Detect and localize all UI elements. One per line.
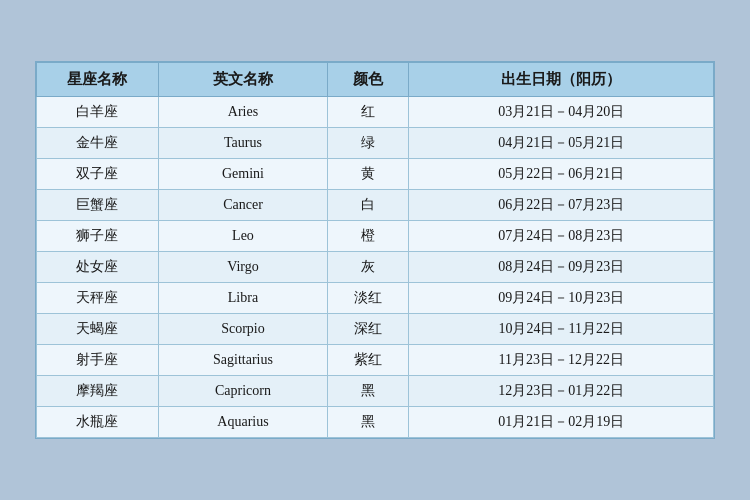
cell-color: 白 bbox=[328, 190, 409, 221]
cell-chinese: 双子座 bbox=[37, 159, 159, 190]
cell-english: Cancer bbox=[158, 190, 327, 221]
table-row: 金牛座Taurus绿04月21日－05月21日 bbox=[37, 128, 714, 159]
cell-english: Scorpio bbox=[158, 314, 327, 345]
cell-date: 03月21日－04月20日 bbox=[409, 97, 714, 128]
cell-english: Sagittarius bbox=[158, 345, 327, 376]
cell-date: 08月24日－09月23日 bbox=[409, 252, 714, 283]
header-chinese: 星座名称 bbox=[37, 63, 159, 97]
cell-date: 05月22日－06月21日 bbox=[409, 159, 714, 190]
table-row: 水瓶座Aquarius黑01月21日－02月19日 bbox=[37, 407, 714, 438]
header-date: 出生日期（阳历） bbox=[409, 63, 714, 97]
cell-english: Gemini bbox=[158, 159, 327, 190]
cell-color: 黑 bbox=[328, 407, 409, 438]
table-row: 白羊座Aries红03月21日－04月20日 bbox=[37, 97, 714, 128]
cell-color: 黑 bbox=[328, 376, 409, 407]
cell-date: 10月24日－11月22日 bbox=[409, 314, 714, 345]
cell-english: Aquarius bbox=[158, 407, 327, 438]
cell-chinese: 天蝎座 bbox=[37, 314, 159, 345]
cell-english: Libra bbox=[158, 283, 327, 314]
table-row: 天蝎座Scorpio深红10月24日－11月22日 bbox=[37, 314, 714, 345]
header-color: 颜色 bbox=[328, 63, 409, 97]
cell-date: 04月21日－05月21日 bbox=[409, 128, 714, 159]
cell-date: 09月24日－10月23日 bbox=[409, 283, 714, 314]
zodiac-table-container: 星座名称 英文名称 颜色 出生日期（阳历） 白羊座Aries红03月21日－04… bbox=[35, 61, 715, 439]
table-row: 巨蟹座Cancer白06月22日－07月23日 bbox=[37, 190, 714, 221]
table-header-row: 星座名称 英文名称 颜色 出生日期（阳历） bbox=[37, 63, 714, 97]
table-row: 双子座Gemini黄05月22日－06月21日 bbox=[37, 159, 714, 190]
cell-color: 红 bbox=[328, 97, 409, 128]
cell-chinese: 射手座 bbox=[37, 345, 159, 376]
cell-english: Capricorn bbox=[158, 376, 327, 407]
cell-date: 01月21日－02月19日 bbox=[409, 407, 714, 438]
cell-date: 07月24日－08月23日 bbox=[409, 221, 714, 252]
header-english: 英文名称 bbox=[158, 63, 327, 97]
cell-color: 灰 bbox=[328, 252, 409, 283]
cell-chinese: 金牛座 bbox=[37, 128, 159, 159]
cell-english: Aries bbox=[158, 97, 327, 128]
table-row: 摩羯座Capricorn黑12月23日－01月22日 bbox=[37, 376, 714, 407]
cell-chinese: 狮子座 bbox=[37, 221, 159, 252]
zodiac-table: 星座名称 英文名称 颜色 出生日期（阳历） 白羊座Aries红03月21日－04… bbox=[36, 62, 714, 438]
cell-color: 淡红 bbox=[328, 283, 409, 314]
cell-chinese: 水瓶座 bbox=[37, 407, 159, 438]
cell-date: 06月22日－07月23日 bbox=[409, 190, 714, 221]
cell-color: 黄 bbox=[328, 159, 409, 190]
cell-english: Virgo bbox=[158, 252, 327, 283]
cell-chinese: 摩羯座 bbox=[37, 376, 159, 407]
cell-chinese: 巨蟹座 bbox=[37, 190, 159, 221]
cell-date: 11月23日－12月22日 bbox=[409, 345, 714, 376]
table-row: 处女座Virgo灰08月24日－09月23日 bbox=[37, 252, 714, 283]
cell-color: 紫红 bbox=[328, 345, 409, 376]
cell-chinese: 处女座 bbox=[37, 252, 159, 283]
table-body: 白羊座Aries红03月21日－04月20日金牛座Taurus绿04月21日－0… bbox=[37, 97, 714, 438]
table-row: 狮子座Leo橙07月24日－08月23日 bbox=[37, 221, 714, 252]
cell-color: 绿 bbox=[328, 128, 409, 159]
cell-chinese: 白羊座 bbox=[37, 97, 159, 128]
cell-english: Taurus bbox=[158, 128, 327, 159]
cell-color: 橙 bbox=[328, 221, 409, 252]
cell-chinese: 天秤座 bbox=[37, 283, 159, 314]
cell-color: 深红 bbox=[328, 314, 409, 345]
table-row: 天秤座Libra淡红09月24日－10月23日 bbox=[37, 283, 714, 314]
cell-english: Leo bbox=[158, 221, 327, 252]
cell-date: 12月23日－01月22日 bbox=[409, 376, 714, 407]
table-row: 射手座Sagittarius紫红11月23日－12月22日 bbox=[37, 345, 714, 376]
